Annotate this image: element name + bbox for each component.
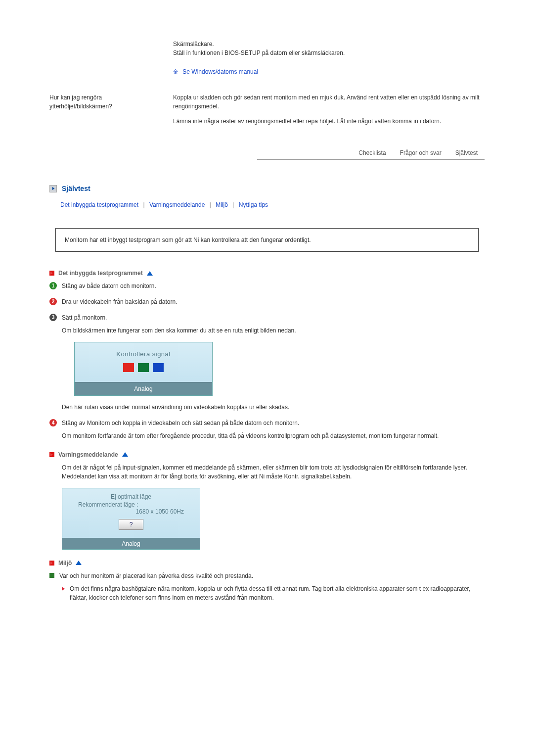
- sub2-title: Varningsmeddelande: [58, 451, 118, 458]
- tab-sjalvtest[interactable]: Självtest: [448, 146, 485, 159]
- monitor-dialog-1: Kontrollera signal Analog: [74, 342, 213, 396]
- monitor2-footer: Analog: [62, 538, 200, 549]
- section-sublinks: Det inbyggda testprogrammet | Varningsme…: [60, 201, 485, 208]
- sublink-miljo[interactable]: Miljö: [216, 201, 228, 208]
- section-title: Självtest: [62, 185, 90, 192]
- monitor-dialog-2: Ej optimalt läge Rekommenderat läge : 16…: [62, 488, 200, 550]
- swatch-red: [123, 363, 134, 372]
- screensaver-line1: Skärmsläckare.: [173, 41, 214, 47]
- tab-bar: Checklista Frågor och svar Självtest: [257, 146, 485, 160]
- red-square-icon: [49, 561, 54, 566]
- scroll-top-icon[interactable]: [147, 271, 153, 276]
- red-square-icon: [49, 271, 54, 276]
- swatch-blue: [153, 363, 164, 372]
- step-4-extra: Om monitorn fortfarande är tom efter för…: [62, 431, 485, 440]
- step-1: Stäng av både datorn och monitorn.: [62, 282, 485, 290]
- sub2-body: Om det är något fel på input-signalen, k…: [62, 463, 485, 481]
- step-4: Stäng av Monitorn och koppla in videokab…: [62, 419, 485, 427]
- step-badge-2: 2: [49, 298, 57, 305]
- monitor2-line1: Ej optimalt läge: [67, 493, 195, 500]
- scroll-top-icon[interactable]: [122, 452, 128, 457]
- miljo-bullet-1: Var och hur monitorn är placerad kan påv…: [59, 571, 485, 580]
- monitor2-help-button[interactable]: ?: [119, 519, 143, 530]
- scroll-top-icon[interactable]: [76, 561, 82, 565]
- red-square-icon: [49, 452, 54, 457]
- tab-fragor-och-svar[interactable]: Frågor och svar: [393, 146, 448, 159]
- step-3: Sätt på monitorn.: [62, 313, 485, 322]
- faq-question: Hur kan jag rengöra ytterhöljet/bildskär…: [49, 93, 163, 111]
- sub1-title: Det inbyggda testprogrammet: [58, 270, 143, 277]
- faq-answer-2: Lämna inte några rester av rengöringsmed…: [173, 117, 485, 126]
- asterisk-icon: ※: [173, 68, 178, 75]
- svg-marker-0: [52, 187, 54, 190]
- monitor2-line3: 1680 x 1050 60Hz: [67, 508, 195, 515]
- swatch-green: [138, 363, 149, 372]
- rgb-swatches: [75, 363, 212, 372]
- step-3-extra: Om bildskärmen inte fungerar som den ska…: [62, 326, 485, 335]
- monitor1-title: Kontrollera signal: [75, 342, 212, 359]
- monitor1-footer: Analog: [75, 382, 212, 395]
- tab-checklista[interactable]: Checklista: [352, 146, 393, 159]
- step-2: Dra ur videokabeln från baksidan på dato…: [62, 297, 485, 306]
- sub3-title: Miljö: [58, 560, 72, 567]
- monitor2-line2: Rekommenderat läge :: [67, 501, 195, 508]
- intro-box: Monitorn har ett inbyggt testprogram som…: [55, 228, 479, 252]
- green-square-icon: [49, 573, 54, 578]
- sublink-varning[interactable]: Varningsmeddelande: [149, 201, 205, 208]
- miljo-subbullet-1: Om det finns några bashögtalare nära mon…: [70, 584, 485, 602]
- step-badge-3: 3: [49, 314, 57, 321]
- sublink-testprogram[interactable]: Det inbyggda testprogrammet: [60, 201, 138, 208]
- manual-link[interactable]: Se Windows/datorns manual: [182, 68, 258, 75]
- step-badge-1: 1: [49, 282, 57, 289]
- faq-answer-1: Koppla ur sladden och gör sedan rent mon…: [173, 93, 485, 111]
- section-icon: [49, 185, 57, 192]
- sublink-nyttiga-tips[interactable]: Nyttiga tips: [239, 201, 268, 208]
- top-text-block: Skärmsläckare. Ställ in funktionen i BIO…: [173, 40, 485, 82]
- step-badge-4: 4: [49, 419, 57, 426]
- screensaver-line2: Ställ in funktionen i BIOS-SETUP på dato…: [173, 49, 345, 56]
- step-3-note: Den här rutan visas under normal användn…: [62, 403, 485, 412]
- arrow-bullet-icon: [62, 587, 65, 591]
